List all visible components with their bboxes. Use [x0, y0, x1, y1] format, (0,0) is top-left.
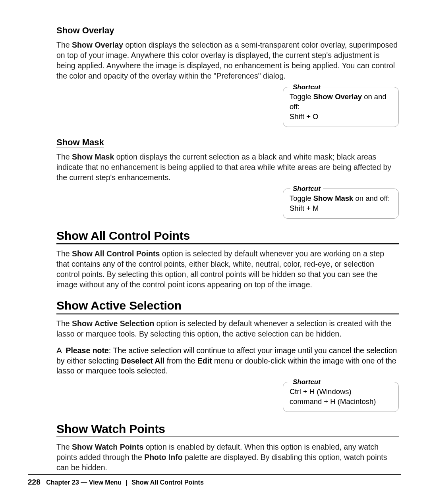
footer-separator: | — [126, 479, 128, 486]
text-bold: Show Overlay — [313, 92, 362, 101]
text: The — [56, 40, 72, 49]
note-active-selection: A Please note: The active selection will… — [56, 345, 399, 377]
shortcut-legend: Shortcut — [290, 83, 323, 92]
heading-show-active-selection: Show Active Selection — [56, 299, 399, 312]
shortcut-line1: Ctrl + H (Windows) — [290, 387, 392, 397]
text-bold: Photo Info — [144, 453, 182, 462]
para-show-watch: The Show Watch Points option is enabled … — [56, 442, 399, 473]
text: Toggle — [290, 194, 313, 202]
shortcut-line1: Toggle Show Overlay on and off: — [290, 92, 392, 112]
chapter-label: Chapter 23 — View Menu — [46, 479, 122, 486]
manual-page: Show Overlay The Show Overlay option dis… — [0, 0, 429, 504]
text: The — [56, 152, 72, 161]
shortcut-show-active: Shortcut Ctrl + H (Windows) command + H … — [283, 382, 399, 412]
shortcut-show-mask: Shortcut Toggle Show Mask on and off: Sh… — [283, 189, 399, 219]
para-show-active: The Show Active Selection option is sele… — [56, 319, 399, 339]
shortcut-line2: Shift + M — [290, 204, 392, 214]
text-bold: Deselect All — [121, 356, 165, 365]
shortcut-line2: Shift + O — [290, 112, 392, 122]
term-show-mask: Show Mask — [72, 152, 114, 161]
shortcut-legend: Shortcut — [290, 185, 323, 194]
rule — [56, 243, 399, 245]
para-show-mask: The Show Mask option displays the curren… — [56, 152, 399, 183]
shortcut-line2: command + H (Macintosh) — [290, 397, 392, 407]
shortcut-legend: Shortcut — [290, 378, 323, 387]
text: The — [56, 442, 72, 451]
page-number: 228 — [28, 478, 41, 486]
shortcut-row: Shortcut Toggle Show Mask on and off: Sh… — [56, 189, 399, 219]
shortcut-show-overlay: Shortcut Toggle Show Overlay on and off:… — [283, 87, 399, 127]
heading-show-all-control-points: Show All Control Points — [56, 229, 399, 242]
text-bold: Show Mask — [313, 194, 354, 202]
term-show-active: Show Active Selection — [72, 319, 154, 328]
term-show-watch: Show Watch Points — [72, 442, 143, 451]
shortcut-row: Shortcut Toggle Show Overlay on and off:… — [56, 87, 399, 127]
shortcut-row: Shortcut Ctrl + H (Windows) command + H … — [56, 382, 399, 412]
rule — [56, 437, 399, 438]
term-show-all-cp: Show All Control Points — [72, 249, 160, 258]
text: on and off: — [353, 194, 390, 202]
text: from the — [164, 356, 197, 365]
text: The — [56, 319, 72, 328]
page-footer: 228 Chapter 23 — View Menu | Show All Co… — [28, 474, 401, 487]
note-label: Please note — [66, 346, 108, 355]
rule — [56, 313, 399, 315]
term-show-overlay: Show Overlay — [72, 40, 123, 49]
para-show-overlay: The Show Overlay option displays the sel… — [56, 40, 399, 81]
text: The — [56, 249, 72, 258]
content-column: Show Overlay The Show Overlay option dis… — [28, 25, 401, 473]
heading-show-mask: Show Mask — [56, 137, 104, 148]
heading-show-overlay: Show Overlay — [56, 25, 114, 36]
para-show-all-cp: The Show All Control Points option is se… — [56, 249, 399, 290]
text: Toggle — [290, 92, 313, 101]
heading-show-watch-points: Show Watch Points — [56, 422, 399, 436]
shortcut-line1: Toggle Show Mask on and off: — [290, 194, 392, 204]
text-bold: Edit — [197, 356, 212, 365]
footer-topic: Show All Control Points — [131, 479, 204, 486]
note-marker-icon: A — [56, 346, 62, 355]
